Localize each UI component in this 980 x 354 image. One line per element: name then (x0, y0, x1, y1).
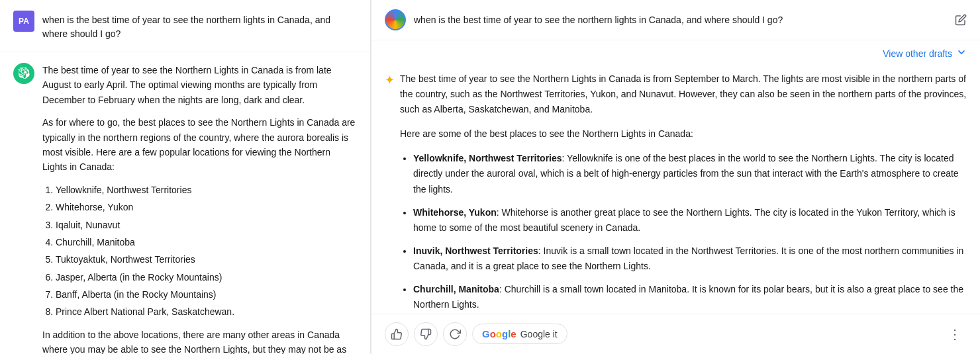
thumbs-down-icon (420, 328, 432, 340)
google-g-icon: Google (482, 329, 516, 340)
place-name-3: Inuvik, Northwest Territories (413, 245, 538, 256)
left-answer-para-2: As for where to go, the best places to s… (42, 115, 357, 175)
right-answer-text: The best time of year to see the Norther… (400, 71, 967, 354)
list-item: Iqaluit, Nunavut (56, 218, 357, 232)
refresh-icon (449, 328, 461, 340)
gpt-avatar (13, 63, 34, 84)
list-item: Inuvik, Northwest Territories: Inuvik is… (413, 243, 967, 274)
right-answer-intro: The best time of year to see the Norther… (400, 71, 967, 117)
list-item: Yellowknife, Northwest Territories (56, 183, 357, 197)
list-item: Banff, Alberta (in the Rocky Mountains) (56, 287, 357, 302)
place-name-4: Churchill, Manitoba (413, 284, 499, 294)
view-other-drafts-row[interactable]: View other drafts (371, 40, 980, 66)
list-item: Yellowknife, Northwest Territories: Yell… (413, 151, 967, 197)
thumbs-up-button[interactable] (385, 322, 409, 346)
right-header: when is the best time of year to see the… (371, 0, 980, 40)
view-other-drafts-label[interactable]: View other drafts (883, 48, 952, 59)
gemini-logo (385, 9, 406, 30)
left-answer-text: The best time of year to see the Norther… (42, 63, 357, 354)
gemini-logo-inner (386, 11, 405, 29)
list-item: Whitehorse, Yukon (56, 200, 357, 214)
list-item: Churchill, Manitoba (56, 235, 357, 249)
gpt-logo-icon (18, 67, 30, 79)
google-search-button[interactable]: Google Google it (472, 324, 567, 345)
left-answer-para-1: The best time of year to see the Norther… (42, 63, 357, 107)
right-places-intro: Here are some of the best places to see … (400, 126, 967, 142)
refresh-button[interactable] (443, 322, 467, 346)
action-bar: Google Google it ⋮ (371, 314, 980, 354)
left-question-row: PA when is the best time of year to see … (0, 0, 370, 52)
google-button-label: Google it (520, 329, 558, 339)
left-answer-footer: In addition to the above locations, ther… (42, 328, 357, 354)
left-locations-list: Yellowknife, Northwest Territories White… (42, 183, 357, 320)
list-item: Churchill, Manitoba: Churchill is a smal… (413, 282, 967, 312)
more-options-button[interactable]: ⋮ (943, 322, 967, 346)
place-name-1: Yellowknife, Northwest Territories (413, 153, 562, 163)
left-panel: PA when is the best time of year to see … (0, 0, 371, 354)
list-item: Tuktoyaktuk, Northwest Territories (56, 252, 357, 267)
gemini-answer-header: ✦ The best time of year to see the North… (385, 71, 967, 354)
list-item: Jasper, Alberta (in the Rocky Mountains) (56, 270, 357, 285)
thumbs-down-button[interactable] (414, 322, 438, 346)
more-options-icon: ⋮ (948, 326, 961, 342)
list-item: Whitehorse, Yukon: Whitehorse is another… (413, 205, 967, 236)
left-question-text: when is the best time of year to see the… (42, 11, 357, 41)
edit-button[interactable] (955, 14, 967, 26)
left-answer-section: The best time of year to see the Norther… (0, 52, 370, 354)
sparkle-icon: ✦ (385, 73, 395, 87)
place-name-2: Whitehorse, Yukon (413, 207, 497, 218)
right-question-text: when is the best time of year to see the… (414, 13, 947, 27)
chevron-down-icon (956, 47, 967, 60)
right-answer-section: ✦ The best time of year to see the North… (371, 66, 980, 354)
thumbs-up-icon (391, 328, 403, 340)
list-item: Prince Albert National Park, Saskatchewa… (56, 304, 357, 319)
right-panel: when is the best time of year to see the… (371, 0, 980, 354)
user-avatar: PA (13, 11, 34, 32)
